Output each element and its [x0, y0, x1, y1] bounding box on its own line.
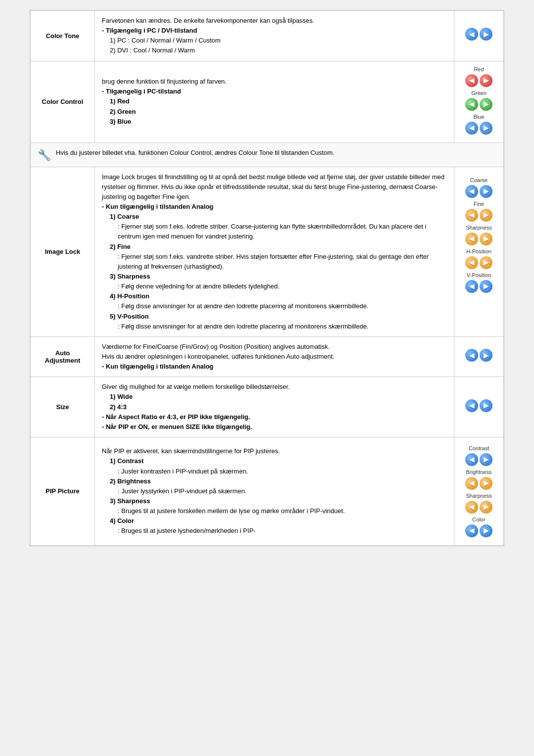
size-left-btn[interactable]: ◀: [465, 399, 478, 412]
pip-color-btn-pair: ◀ ▶: [465, 524, 492, 537]
size-label: Size: [31, 377, 95, 437]
vposition-right-btn[interactable]: ▶: [480, 280, 492, 293]
sharpness-il-btn-group: Sharpness ◀ ▶: [461, 225, 496, 245]
vposition-left-btn[interactable]: ◀: [465, 280, 478, 293]
auto-right-btn[interactable]: ▶: [480, 349, 492, 362]
coarse-left-btn[interactable]: ◀: [465, 185, 478, 198]
red-right-btn[interactable]: ▶: [480, 74, 492, 87]
red-left-btn[interactable]: ◀: [465, 74, 478, 87]
pip-picture-row: PIP Picture Når PIP er aktiveret, kan sk…: [31, 437, 504, 545]
pip-sharpness-btn-pair: ◀ ▶: [465, 501, 492, 514]
pip-color-right-btn[interactable]: ▶: [480, 524, 492, 537]
auto-adjustment-label: Auto Adjustment: [31, 336, 95, 377]
image-lock-label: Image Lock: [31, 167, 95, 336]
hposition-left-btn[interactable]: ◀: [465, 256, 478, 269]
size-btn-pair: ◀ ▶: [465, 399, 492, 412]
note-inner: 🔧 Hvis du justerer billedet vha. funktio…: [38, 148, 496, 162]
size-btn-group: ◀ ▶: [461, 399, 496, 412]
pip-contrast-label: Contrast: [469, 445, 490, 451]
pip-sharpness-btn-group: Sharpness ◀ ▶: [461, 493, 496, 514]
coarse-label: Coarse: [470, 177, 488, 183]
pip-brightness-right-btn[interactable]: ▶: [480, 477, 492, 490]
sharpness-il-right-btn[interactable]: ▶: [480, 233, 492, 245]
green-label: Green: [471, 90, 487, 96]
color-tone-right-btn[interactable]: ▶: [480, 28, 492, 41]
image-lock-row: Image Lock Image Lock bruges til fininds…: [31, 167, 504, 336]
size-controls: ◀ ▶: [454, 377, 504, 437]
fine-label: Fine: [474, 201, 484, 207]
note-icon: 🔧: [38, 149, 51, 162]
sharpness-il-left-btn[interactable]: ◀: [465, 233, 478, 245]
color-control-desc: brug denne funktion til finjustering af …: [95, 61, 454, 142]
blue-btn-pair: ◀ ▶: [465, 122, 492, 135]
coarse-right-btn[interactable]: ▶: [480, 185, 492, 198]
green-btn-group: Green ◀ ▶: [461, 90, 496, 111]
auto-btn-pair: ◀ ▶: [465, 349, 492, 362]
vposition-btn-pair: ◀ ▶: [465, 280, 492, 293]
pip-contrast-btn-pair: ◀ ▶: [465, 453, 492, 466]
coarse-btn-group: Coarse ◀ ▶: [461, 177, 496, 198]
pip-picture-controls: Contrast ◀ ▶ Brightness ◀ ▶: [454, 437, 504, 545]
color-control-label: Color Control: [31, 61, 95, 142]
blue-right-btn[interactable]: ▶: [480, 122, 492, 135]
hposition-right-btn[interactable]: ▶: [480, 256, 492, 269]
note-text: Hvis du justerer billedet vha. funktione…: [56, 148, 334, 158]
pip-color-left-btn[interactable]: ◀: [465, 524, 478, 537]
note-cell: 🔧 Hvis du justerer billedet vha. funktio…: [31, 142, 504, 167]
color-tone-left-btn[interactable]: ◀: [465, 28, 478, 41]
pip-brightness-left-btn[interactable]: ◀: [465, 477, 478, 490]
color-tone-btn-group: ◀ ▶: [461, 28, 496, 41]
pip-brightness-btn-group: Brightness ◀ ▶: [461, 469, 496, 490]
color-control-row: Color Control brug denne funktion til fi…: [31, 61, 504, 142]
hposition-label: H-Position: [466, 248, 491, 254]
hposition-btn-group: H-Position ◀ ▶: [461, 248, 496, 269]
fine-right-btn[interactable]: ▶: [480, 209, 492, 222]
blue-left-btn[interactable]: ◀: [465, 122, 478, 135]
vposition-btn-group: V-Position ◀ ▶: [461, 272, 496, 293]
color-tone-btn-pair: ◀ ▶: [465, 28, 492, 41]
red-btn-group: Red ◀ ▶: [461, 66, 496, 87]
color-tone-controls: ◀ ▶: [454, 11, 504, 61]
pip-picture-desc: Når PIP er aktiveret, kan skærmindstilli…: [95, 437, 454, 545]
main-table: Color Tone Farvetonen kan ændres. De enk…: [30, 10, 504, 546]
pip-brightness-label: Brightness: [466, 469, 492, 475]
green-left-btn[interactable]: ◀: [465, 98, 478, 111]
size-right-btn[interactable]: ▶: [480, 399, 492, 412]
image-lock-controls: Coarse ◀ ▶ Fine ◀ ▶ Shar: [454, 167, 504, 336]
size-desc: Giver dig mulighed for at vælge mellem f…: [95, 377, 454, 437]
image-lock-desc: Image Lock bruges til finindstilling og …: [95, 167, 454, 336]
pip-contrast-right-btn[interactable]: ▶: [480, 453, 492, 466]
red-label: Red: [474, 66, 484, 72]
pip-color-btn-group: Color ◀ ▶: [461, 517, 496, 537]
auto-adjustment-controls: ◀ ▶: [454, 336, 504, 377]
color-tone-row: Color Tone Farvetonen kan ændres. De enk…: [31, 11, 504, 61]
pip-sharpness-right-btn[interactable]: ▶: [480, 501, 492, 514]
vposition-label: V-Position: [467, 272, 491, 278]
auto-adjustment-desc: Værdierne for Fine/Coarse (Fin/Grov) og …: [95, 336, 454, 377]
pip-contrast-left-btn[interactable]: ◀: [465, 453, 478, 466]
pip-picture-label: PIP Picture: [31, 437, 95, 545]
fine-btn-group: Fine ◀ ▶: [461, 201, 496, 222]
pip-color-label: Color: [472, 517, 485, 522]
pip-sharpness-label: Sharpness: [466, 493, 492, 499]
auto-btn-group: ◀ ▶: [461, 349, 496, 362]
pip-sharpness-left-btn[interactable]: ◀: [465, 501, 478, 514]
color-tone-desc: Farvetonen kan ændres. De enkelte farvek…: [95, 11, 454, 61]
fine-btn-pair: ◀ ▶: [465, 209, 492, 222]
fine-left-btn[interactable]: ◀: [465, 209, 478, 222]
pip-contrast-btn-group: Contrast ◀ ▶: [461, 445, 496, 466]
page-container: Color Tone Farvetonen kan ændres. De enk…: [30, 10, 504, 546]
blue-label: Blue: [473, 114, 484, 120]
green-btn-pair: ◀ ▶: [465, 98, 492, 111]
red-btn-pair: ◀ ▶: [465, 74, 492, 87]
note-row: 🔧 Hvis du justerer billedet vha. funktio…: [31, 142, 504, 167]
auto-adjustment-row: Auto Adjustment Værdierne for Fine/Coars…: [31, 336, 504, 377]
coarse-btn-pair: ◀ ▶: [465, 185, 492, 198]
green-right-btn[interactable]: ▶: [480, 98, 492, 111]
size-row: Size Giver dig mulighed for at vælge mel…: [31, 377, 504, 437]
hposition-btn-pair: ◀ ▶: [465, 256, 492, 269]
auto-left-btn[interactable]: ◀: [465, 349, 478, 362]
sharpness-il-label: Sharpness: [466, 225, 492, 231]
sharpness-il-btn-pair: ◀ ▶: [465, 233, 492, 245]
blue-btn-group: Blue ◀ ▶: [461, 114, 496, 135]
